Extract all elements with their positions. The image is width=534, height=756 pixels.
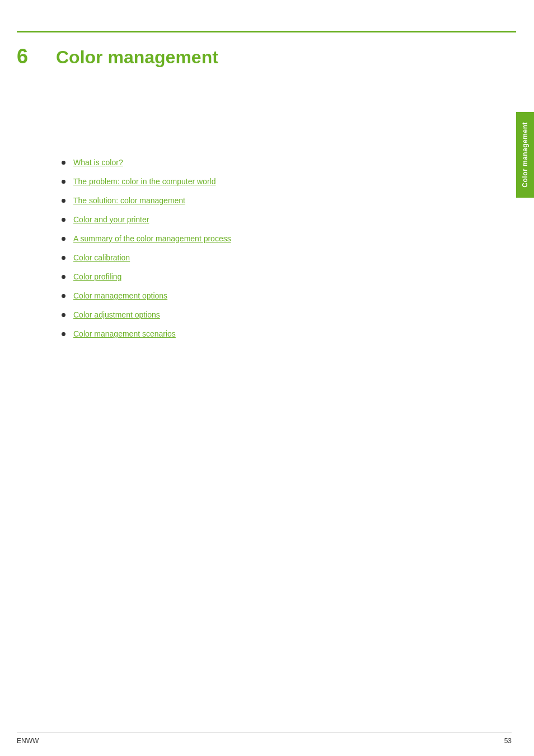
toc-list-item: Color management options: [62, 291, 495, 300]
bullet-icon: [62, 294, 65, 298]
toc-link[interactable]: The problem: color in the computer world: [73, 177, 216, 186]
toc-link[interactable]: Color calibration: [73, 253, 130, 262]
bullet-icon: [62, 332, 65, 336]
bullet-icon: [62, 313, 65, 317]
bullet-icon: [62, 199, 65, 203]
side-tab-label: Color management: [516, 112, 534, 198]
chapter-title: Color management: [56, 47, 218, 68]
main-content: 6 Color management What is color?The pro…: [0, 0, 512, 382]
toc-list-item: The solution: color management: [62, 196, 495, 205]
toc-list-item: A summary of the color management proces…: [62, 234, 495, 243]
bullet-icon: [62, 237, 65, 241]
toc-link[interactable]: Color and your printer: [73, 215, 149, 224]
bullet-icon: [62, 161, 65, 165]
footer: ENWW 53: [17, 732, 512, 745]
footer-left: ENWW: [17, 737, 39, 745]
chapter-number: 6: [17, 45, 45, 68]
bullet-icon: [62, 256, 65, 260]
toc-link[interactable]: Color management options: [73, 291, 167, 300]
toc-list-item: Color profiling: [62, 272, 495, 281]
bullet-icon: [62, 218, 65, 222]
toc-list: What is color?The problem: color in the …: [62, 158, 495, 338]
page-container: Color management 6 Color management What…: [0, 0, 534, 756]
side-tab-text: Color management: [518, 116, 532, 193]
toc-list-item: Color management scenarios: [62, 329, 495, 338]
toc-list-item: Color adjustment options: [62, 310, 495, 319]
chapter-heading: 6 Color management: [17, 45, 495, 68]
bullet-icon: [62, 275, 65, 279]
toc-link[interactable]: A summary of the color management proces…: [73, 234, 231, 243]
toc-link[interactable]: The solution: color management: [73, 196, 185, 205]
toc-link[interactable]: Color management scenarios: [73, 329, 176, 338]
toc-link[interactable]: What is color?: [73, 158, 123, 167]
top-rule: [17, 31, 528, 32]
toc-list-item: What is color?: [62, 158, 495, 167]
bullet-icon: [62, 180, 65, 184]
toc-list-item: Color calibration: [62, 253, 495, 262]
toc-link[interactable]: Color profiling: [73, 272, 121, 281]
side-tab: Color management: [516, 0, 534, 756]
toc-link[interactable]: Color adjustment options: [73, 310, 160, 319]
toc-list-item: Color and your printer: [62, 215, 495, 224]
footer-right: 53: [504, 737, 512, 745]
toc-list-item: The problem: color in the computer world: [62, 177, 495, 186]
